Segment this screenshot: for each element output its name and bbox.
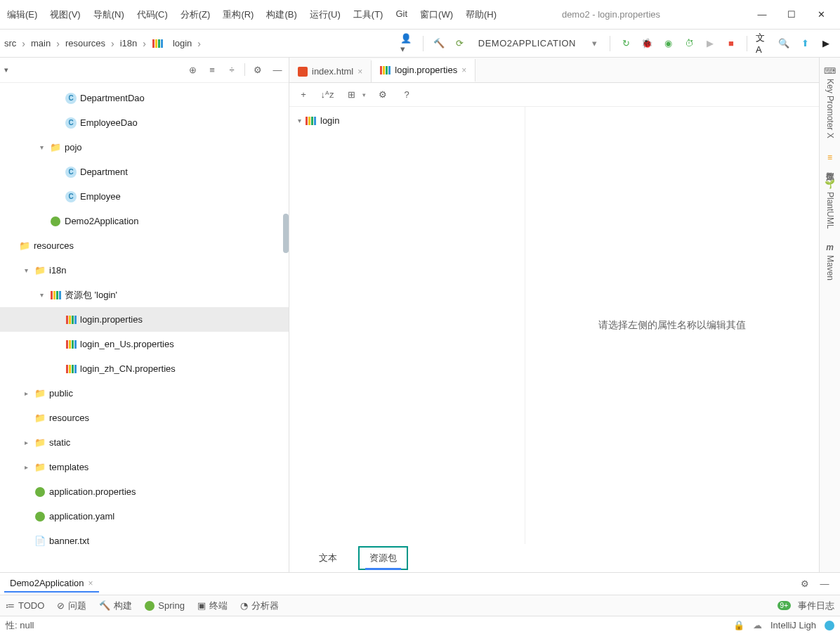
- tree-item-public[interactable]: ▸📁public: [0, 381, 289, 406]
- locate-icon[interactable]: ⊕: [185, 63, 199, 77]
- config-dropdown-icon[interactable]: ▾: [587, 37, 601, 51]
- menu-analyze[interactable]: 分析(Z): [175, 6, 216, 24]
- tree-item-department[interactable]: CDepartment: [0, 160, 289, 184]
- menu-code[interactable]: 代码(C): [131, 6, 173, 24]
- add-icon[interactable]: +: [296, 88, 310, 102]
- collapse-icon[interactable]: ÷: [225, 63, 239, 77]
- tree-item-employeedao[interactable]: CEmployeeDao: [0, 110, 289, 135]
- play-icon[interactable]: ▶: [819, 37, 833, 51]
- tree-item--login-[interactable]: ▾资源包 'login': [0, 283, 289, 307]
- bc-resources[interactable]: resources: [63, 37, 108, 50]
- group-icon[interactable]: ⊞: [344, 88, 358, 102]
- bc-main[interactable]: main: [28, 37, 53, 50]
- bc-src[interactable]: src: [1, 37, 19, 50]
- plantuml-icon: 🌱: [825, 179, 835, 189]
- bc-i18n[interactable]: i18n: [117, 37, 140, 50]
- tree-item-application-properties[interactable]: application.properties: [0, 479, 289, 504]
- scrollbar-thumb[interactable]: [283, 214, 289, 253]
- tab-login-properties[interactable]: login.properties ×: [372, 59, 475, 82]
- menu-tools[interactable]: 工具(T): [348, 6, 389, 24]
- tree-arrow-icon[interactable]: ▾: [37, 291, 46, 299]
- tree-item-login-en-us-properties[interactable]: login_en_Us.properties: [0, 332, 289, 356]
- tree-item-departmentdao[interactable]: CDepartmentDao: [0, 86, 289, 110]
- props-icon: [306, 117, 316, 125]
- theme-label[interactable]: IntelliJ Ligh: [770, 620, 816, 630]
- debug-icon[interactable]: 🐞: [640, 37, 654, 51]
- tree-item-demo2application[interactable]: Demo2Application: [0, 209, 289, 233]
- maximize-button[interactable]: ☐: [785, 8, 798, 21]
- menu-view[interactable]: 视图(V): [44, 6, 86, 24]
- tree-arrow-icon[interactable]: ▸: [21, 463, 31, 471]
- close-icon[interactable]: ×: [88, 578, 93, 588]
- minimize-panel-icon[interactable]: —: [818, 577, 832, 591]
- translate-icon[interactable]: 文A: [756, 37, 770, 51]
- bundle-root[interactable]: ▾ login: [295, 112, 519, 129]
- tree-item-login-properties[interactable]: login.properties: [0, 307, 289, 332]
- menu-window[interactable]: 窗口(W): [414, 6, 459, 24]
- tree-arrow-icon[interactable]: ▸: [21, 389, 31, 397]
- run-icon[interactable]: ↻: [619, 37, 633, 51]
- toolbar-dropdown[interactable]: ▾: [362, 91, 366, 98]
- tree-item-banner-txt[interactable]: 📄banner.txt: [0, 529, 289, 553]
- expand-icon[interactable]: ≡: [205, 63, 219, 77]
- menu-help[interactable]: 帮助(H): [460, 6, 502, 24]
- run-config-icon[interactable]: ⟳: [453, 37, 467, 51]
- bc-login[interactable]: login: [170, 37, 195, 50]
- tool-build[interactable]: 🔨构建: [99, 600, 132, 612]
- cloud-icon[interactable]: ☁: [753, 620, 762, 630]
- update-icon[interactable]: ⬆: [798, 37, 812, 51]
- menu-build[interactable]: 构建(B): [261, 6, 302, 24]
- tree-item-application-yaml[interactable]: application.yaml: [0, 504, 289, 529]
- run-play-icon[interactable]: ▶: [703, 37, 717, 51]
- tool-key-promoter[interactable]: ⌨Key Promoter X: [822, 62, 837, 143]
- tab-text[interactable]: 文本: [309, 548, 347, 569]
- tool-database[interactable]: ≡数据库: [822, 148, 837, 169]
- tab-index-html[interactable]: index.html ×: [289, 60, 372, 82]
- tree-item-login-zh-cn-properties[interactable]: login_zh_CN.properties: [0, 356, 289, 381]
- minimize-button[interactable]: —: [756, 8, 768, 21]
- coverage-icon[interactable]: ◉: [661, 37, 675, 51]
- tree-arrow-icon[interactable]: ▾: [37, 143, 46, 151]
- run-tab-demo2application[interactable]: Demo2Application ×: [4, 575, 99, 593]
- menu-refactor[interactable]: 重构(R): [217, 6, 259, 24]
- sort-icon[interactable]: ↓ᴬz: [320, 88, 334, 102]
- menu-git[interactable]: Git: [390, 6, 413, 24]
- help-icon[interactable]: ?: [400, 88, 414, 102]
- user-icon[interactable]: 👤▾: [400, 37, 414, 51]
- tree-item-resources[interactable]: 📁resources: [0, 233, 289, 258]
- tab-bundle[interactable]: 资源包: [358, 546, 408, 570]
- menu-navigate[interactable]: 导航(N): [88, 6, 130, 24]
- project-view-dropdown[interactable]: ▾: [4, 65, 8, 75]
- tree-item-templates[interactable]: ▸📁templates: [0, 455, 289, 479]
- stop-icon[interactable]: ■: [724, 37, 738, 51]
- menu-edit[interactable]: 编辑(E): [1, 6, 43, 24]
- tool-event-log[interactable]: 事件日志: [798, 600, 834, 612]
- gear-icon[interactable]: ⚙: [376, 88, 390, 102]
- tree-item-resources[interactable]: 📁resources: [0, 406, 289, 430]
- hammer-icon[interactable]: 🔨: [432, 37, 446, 51]
- menu-run[interactable]: 运行(U): [304, 6, 346, 24]
- tool-todo[interactable]: ≔TODO: [6, 600, 44, 611]
- tool-spring[interactable]: Spring: [145, 600, 185, 611]
- run-config-name[interactable]: DEMO2APPLICATION: [474, 38, 580, 48]
- gear-icon[interactable]: ⚙: [798, 577, 812, 591]
- search-icon[interactable]: 🔍: [777, 37, 791, 51]
- close-icon[interactable]: ×: [461, 65, 466, 75]
- tree-item-pojo[interactable]: ▾📁pojo: [0, 135, 289, 160]
- tree-arrow-icon[interactable]: ▸: [21, 439, 31, 446]
- minimize-panel-icon[interactable]: —: [270, 63, 284, 77]
- tool-problems[interactable]: ⊘问题: [57, 600, 86, 612]
- close-icon[interactable]: ×: [357, 67, 362, 77]
- tool-plantuml[interactable]: 🌱PlantUML: [823, 175, 836, 233]
- lock-icon[interactable]: 🔒: [733, 620, 744, 630]
- gear-icon[interactable]: ⚙: [251, 63, 265, 77]
- tool-maven[interactable]: mMaven: [824, 238, 836, 285]
- tree-item-i18n[interactable]: ▾📁i18n: [0, 258, 289, 283]
- profiler-icon[interactable]: ⏱: [682, 37, 696, 51]
- tree-item-static[interactable]: ▸📁static: [0, 430, 289, 455]
- tool-terminal[interactable]: ▣终端: [197, 600, 228, 612]
- tree-arrow-icon[interactable]: ▾: [21, 266, 31, 274]
- tree-item-employee[interactable]: CEmployee: [0, 184, 289, 209]
- tool-profiler[interactable]: ◔分析器: [240, 600, 279, 612]
- close-button[interactable]: ✕: [815, 8, 827, 21]
